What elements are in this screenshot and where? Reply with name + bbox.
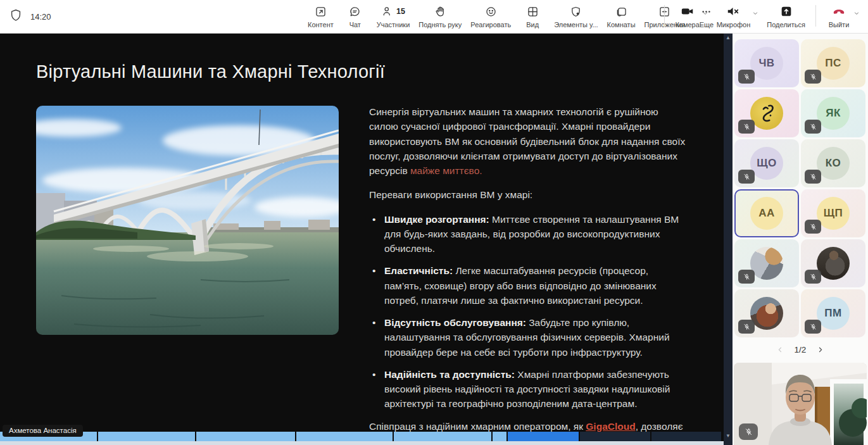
avatar: КО (817, 147, 850, 180)
content-button[interactable]: Контент (306, 3, 335, 30)
participant-tile[interactable]: ПМ (801, 289, 865, 337)
muted-mic-icon (805, 270, 821, 284)
avatar: ЯК (817, 97, 850, 130)
raise-hand-button[interactable]: Поднять руку (417, 3, 463, 30)
participant-tile[interactable]: КО (801, 139, 865, 187)
avatar: ПС (817, 47, 850, 80)
microphone-chevron-icon[interactable] (752, 8, 759, 20)
camera-icon (680, 4, 695, 19)
avatar-artwork (750, 97, 783, 130)
participants-icon (381, 5, 394, 18)
rooms-icon (615, 4, 628, 19)
participant-tile[interactable]: ЩО (734, 139, 799, 187)
shield-icon (9, 8, 23, 25)
hangup-icon (831, 4, 847, 19)
muted-mic-icon (805, 170, 821, 184)
bridge-photo (36, 106, 339, 335)
share-screen-icon (779, 4, 793, 19)
muted-mic-icon (805, 320, 821, 334)
view-button[interactable]: Вид (519, 3, 546, 30)
participant-tile[interactable] (734, 289, 799, 337)
participant-tiles-grid: ЧВ ПС ЯК ЩО КО (734, 39, 866, 337)
bullet-item: Еластичність: Легке масштабування ресурс… (369, 263, 686, 308)
react-button[interactable]: Реагировать (469, 3, 512, 30)
filmstrip-segment (296, 432, 393, 441)
avatar: АА (750, 197, 783, 230)
toolbar-divider (815, 5, 816, 27)
slide-paragraph-2: Переваги використання ВМ у хмарі: (369, 187, 686, 202)
shared-screen-scrollbar[interactable]: ▲ ▼ (724, 34, 733, 445)
slide-bullet-list: Швидке розгортання: Миттєве створення та… (369, 212, 686, 411)
filmstrip-segment (98, 432, 195, 441)
bullet-item: Відсутність обслуговування: Забудьте про… (369, 315, 686, 360)
slide-paragraph-1: Синергія віртуальних машин та хмарних те… (369, 104, 686, 178)
grid-view-icon (526, 4, 539, 19)
muted-mic-icon (738, 70, 755, 84)
toolbar-divider (664, 5, 665, 27)
avatar: ЧВ (750, 47, 783, 80)
muted-mic-icon (738, 270, 755, 284)
avatar-photo (750, 297, 783, 330)
participants-button[interactable]: 15 Участники (375, 3, 412, 30)
share-screen-button[interactable]: Поделиться (765, 3, 807, 30)
avatar: ЩП (817, 197, 850, 230)
camera-chevron-icon[interactable] (701, 8, 709, 20)
avatar-photo (750, 247, 783, 280)
speaker-muted-icon (726, 4, 741, 19)
meeting-window: 14:20 Контент Чат 15 Участники (0, 0, 868, 445)
page-indicator: 1/2 (795, 345, 807, 354)
prev-page-icon[interactable] (776, 346, 784, 354)
self-video-tile[interactable] (734, 363, 867, 445)
filmstrip-segment (394, 432, 491, 441)
filmstrip-segment (580, 432, 650, 441)
camera-button[interactable]: Камера (674, 3, 701, 30)
participants-count: 15 (396, 7, 405, 16)
presenter-name-label: Ахметова Анастасія (3, 425, 83, 437)
muted-mic-icon (738, 170, 755, 184)
participant-tile[interactable]: ЯК (801, 89, 865, 137)
meeting-elements-button[interactable]: Элементы у... (553, 3, 599, 30)
slide-title: Віртуальні Машини та Хмарні Технології (36, 61, 385, 82)
leave-chevron-icon[interactable] (853, 8, 860, 20)
raise-hand-icon (434, 4, 447, 19)
avatar: ПМ (817, 297, 850, 330)
share-content-icon (314, 4, 327, 19)
slide-filmstrip (0, 432, 724, 441)
participant-tile-active-speaker[interactable]: АА (734, 189, 799, 237)
avatar: ЩО (750, 147, 783, 180)
meeting-time: 14:20 (30, 12, 51, 22)
bullet-item: Швидке розгортання: Миттєве створення та… (369, 212, 686, 256)
next-page-icon[interactable] (816, 346, 824, 354)
participants-panel: ЧВ ПС ЯК ЩО КО (733, 34, 868, 445)
muted-mic-icon (805, 120, 821, 134)
muted-mic-icon (805, 70, 821, 84)
slide-text-column: Синергія віртуальних машин та хмарних те… (369, 104, 686, 445)
highlighted-phrase: майже миттєво. (410, 165, 482, 176)
participant-tile[interactable] (734, 239, 799, 287)
chat-button[interactable]: Чат (341, 3, 369, 30)
filmstrip-segment (196, 432, 295, 441)
meeting-toolbar: 14:20 Контент Чат 15 Участники (0, 0, 868, 34)
participant-tile[interactable] (734, 89, 799, 137)
smiley-icon (484, 4, 498, 19)
muted-mic-icon (738, 320, 755, 334)
muted-mic-icon (738, 120, 755, 134)
participant-tile[interactable]: ЧВ (734, 39, 799, 87)
scroll-up-icon[interactable]: ▲ (724, 35, 733, 41)
bullet-item: Надійність та доступність: Хмарні платфо… (369, 367, 686, 411)
gigacloud-link[interactable]: GigaCloud (586, 421, 635, 432)
muted-mic-icon (739, 423, 758, 440)
rooms-button[interactable]: Комнаты (606, 3, 637, 30)
shared-screen-region[interactable]: Віртуальні Машини та Хмарні Технології (0, 34, 733, 445)
shield-gear-icon (569, 4, 582, 19)
avatar-photo (817, 247, 850, 280)
filmstrip-segment (493, 432, 506, 441)
participant-tile[interactable] (801, 239, 865, 287)
leave-button[interactable]: Выйти (825, 3, 853, 30)
shared-screen-bottom-edge (0, 441, 724, 445)
participant-tile[interactable]: ЩП (801, 189, 865, 237)
scroll-down-icon[interactable]: ▼ (724, 433, 733, 439)
participant-tile[interactable]: ПС (801, 39, 865, 87)
tiles-pagination: 1/2 (733, 345, 868, 354)
microphone-button[interactable]: Микрофон (715, 3, 752, 30)
